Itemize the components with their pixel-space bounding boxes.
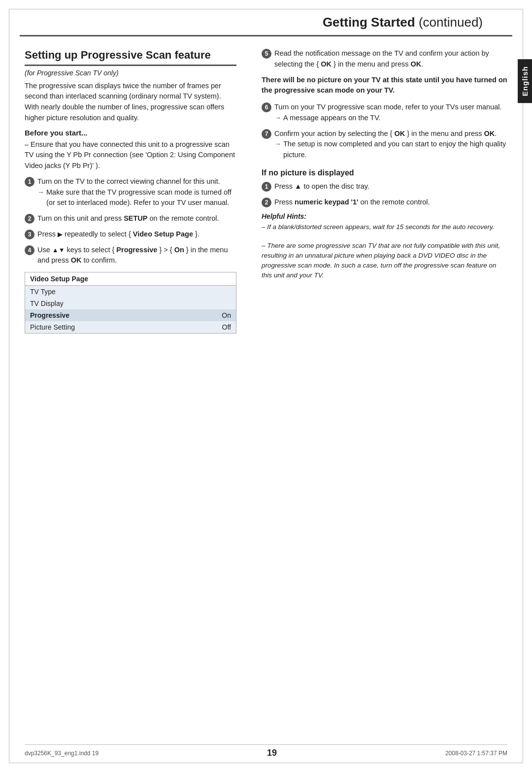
header-title: Getting Started — [323, 15, 415, 30]
row-label-progressive: Progressive — [30, 311, 69, 319]
no-picture-step-1-num: 1 — [262, 182, 271, 192]
italic-note: (for Progressive Scan TV only) — [25, 69, 236, 77]
step-1-arrow: → Make sure that the TV progressive scan… — [37, 187, 236, 209]
row-value-progressive: On — [222, 311, 231, 319]
table-row-progressive: Progressive On — [25, 309, 236, 321]
table-row-tv-type: TV Type — [25, 286, 236, 298]
header-continued: (continued) — [419, 15, 483, 30]
if-no-picture-heading: If no picture is displayed — [262, 168, 507, 177]
step-7-content: Confirm your action by selecting the { O… — [274, 129, 507, 161]
row-label-tv-type: TV Type — [30, 288, 56, 296]
row-label-tv-display: TV Display — [30, 300, 64, 307]
main-content: Setting up Progressive Scan feature (for… — [0, 41, 532, 338]
step-7: 7 Confirm your action by selecting the {… — [262, 129, 507, 161]
footer-left: dvp3256K_93_eng1.indd 19 — [25, 750, 99, 757]
bold-warning: There will be no picture on your TV at t… — [262, 75, 507, 97]
triangle-updown-icon: ▲▼ — [52, 246, 65, 254]
step-2-num: 2 — [25, 214, 34, 224]
step-2-content: Turn on this unit and press SETUP on the… — [37, 213, 236, 224]
step-1-arrow-text: Make sure that the TV progressive scan m… — [46, 187, 236, 209]
page-header: Getting Started (continued) — [20, 0, 512, 36]
step-3-num: 3 — [25, 230, 34, 239]
helpful-hint-1: – If a blank/distorted screen appears, w… — [262, 222, 507, 232]
row-label-picture-setting: Picture Setting — [30, 323, 75, 331]
helpful-hint-2: – There are some progressive scan TV tha… — [262, 241, 507, 281]
step-6-arrow-text: A message appears on the TV. — [283, 113, 381, 124]
no-picture-step-2-num: 2 — [262, 198, 271, 207]
step-3: 3 Press ▶ repeatedly to select { Video S… — [25, 229, 236, 240]
footer-right: 2008-03-27 1:57:37 PM — [445, 750, 507, 757]
arrow-icon-6: → — [274, 113, 281, 123]
intro-text: The progressive scan displays twice the … — [25, 81, 236, 124]
before-you-start-heading: Before you start... — [25, 129, 236, 137]
step-6-num: 6 — [262, 102, 271, 112]
no-picture-step-1-content: Press ▲ to open the disc tray. — [274, 181, 507, 192]
arrow-icon-7: → — [274, 139, 281, 149]
section-heading-container: Setting up Progressive Scan feature — [25, 48, 236, 66]
step-1: 1 Turn on the TV to the correct viewing … — [25, 176, 236, 208]
row-value-picture-setting: Off — [222, 323, 231, 331]
right-column: 5 Read the notification message on the T… — [251, 41, 507, 338]
english-tab: English — [518, 59, 532, 103]
before-text: – Ensure that you have connected this un… — [25, 139, 236, 171]
step-6: 6 Turn on your TV progressive scan mode,… — [262, 102, 507, 124]
step-7-arrow: → The setup is now completed and you can… — [274, 139, 507, 161]
step-5-content: Read the notification message on the TV … — [274, 48, 507, 70]
step-7-arrow-text: The setup is now completed and you can s… — [283, 139, 507, 161]
step-5: 5 Read the notification message on the T… — [262, 48, 507, 70]
step-6-content: Turn on your TV progressive scan mode, r… — [274, 102, 507, 124]
step-7-num: 7 — [262, 129, 271, 139]
no-picture-step-1: 1 Press ▲ to open the disc tray. — [262, 181, 507, 192]
page-footer: dvp3256K_93_eng1.indd 19 19 2008-03-27 1… — [25, 744, 507, 758]
table-row-tv-display: TV Display — [25, 298, 236, 309]
step-5-num: 5 — [262, 49, 271, 59]
table-header: Video Setup Page — [25, 272, 236, 286]
step-1-num: 1 — [25, 177, 34, 187]
step-1-content: Turn on the TV to the correct viewing ch… — [37, 176, 236, 208]
helpful-hints-heading: Helpful Hints: — [262, 212, 507, 220]
step-4-content: Use ▲▼ keys to select { Progressive } > … — [37, 245, 236, 267]
step-3-content: Press ▶ repeatedly to select { Video Set… — [37, 229, 236, 240]
left-column: Setting up Progressive Scan feature (for… — [25, 41, 251, 338]
page-number: 19 — [267, 748, 277, 758]
step-4: 4 Use ▲▼ keys to select { Progressive } … — [25, 245, 236, 267]
table-row-picture-setting: Picture Setting Off — [25, 321, 236, 333]
eject-icon: ▲ — [295, 182, 301, 190]
video-setup-table: Video Setup Page TV Type TV Display Prog… — [25, 272, 236, 334]
step-4-num: 4 — [25, 245, 34, 255]
arrow-icon-1: → — [37, 187, 44, 198]
step-6-arrow: → A message appears on the TV. — [274, 113, 507, 124]
section-title: Setting up Progressive Scan feature — [25, 48, 236, 63]
step-2: 2 Turn on this unit and press SETUP on t… — [25, 213, 236, 224]
no-picture-step-2-content: Press numeric keypad '1' on the remote c… — [274, 197, 507, 208]
table-body: TV Type TV Display Progressive On Pictur… — [25, 286, 236, 333]
no-picture-step-2: 2 Press numeric keypad '1' on the remote… — [262, 197, 507, 208]
triangle-right-icon: ▶ — [58, 231, 63, 238]
